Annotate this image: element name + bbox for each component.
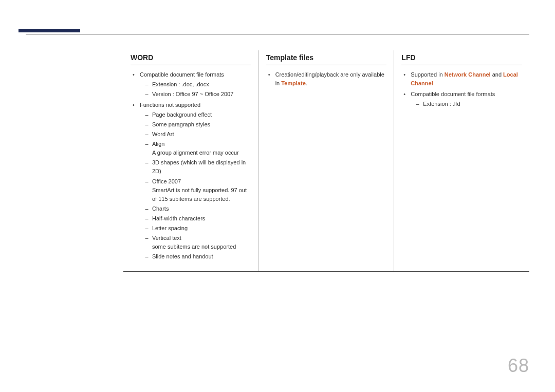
text: Compatible document file formats — [140, 71, 224, 78]
columns-wrapper: WORD Compatible document file formats Ex… — [123, 50, 529, 272]
subnote: A group alignment error may occur — [152, 148, 251, 157]
highlight-template: Template — [281, 80, 305, 86]
header-rule — [26, 34, 529, 34]
subitem: Extension : .doc, .docx — [145, 80, 251, 89]
subitem: Vertical text some subitems are not supp… — [145, 234, 251, 251]
word-bullet-unsupported: Functions not supported Page background … — [133, 101, 251, 261]
subitem: Letter spacing — [145, 224, 251, 233]
text: Compatible document file formats — [411, 91, 495, 97]
page-number: 68 — [508, 355, 529, 377]
word-formats-sublist: Extension : .doc, .docx Version : Office… — [140, 80, 251, 99]
template-bullets: Creation/editing/playback are only avail… — [266, 70, 387, 88]
template-bullet: Creation/editing/playback are only avail… — [268, 70, 387, 88]
subitem: Charts — [145, 204, 251, 213]
lfd-bullets: Supported in Network Channel and Local C… — [401, 70, 522, 108]
column-heading-lfd: LFD — [401, 50, 522, 65]
subitem: Half-width characters — [145, 214, 251, 223]
subitem: Slide notes and handout — [145, 252, 251, 261]
text-mid: and — [491, 71, 503, 78]
column-lfd: LFD Supported in Network Channel and Loc… — [394, 50, 529, 271]
subitem: Word Art — [145, 130, 251, 139]
subnote: some subitems are not supported — [152, 242, 251, 251]
text: Vertical text — [152, 235, 181, 241]
content-area: WORD Compatible document file formats Ex… — [123, 50, 529, 272]
text: Functions not supported — [140, 102, 200, 108]
column-word: WORD Compatible document file formats Ex… — [123, 50, 258, 271]
document-page: WORD Compatible document file formats Ex… — [0, 0, 555, 392]
word-bullet-formats: Compatible document file formats Extensi… — [133, 70, 251, 99]
column-template: Template files Creation/editing/playback… — [258, 50, 394, 271]
subitem: Align A group alignment error may occur — [145, 140, 251, 157]
subnote: SmartArt is not fully supported. 97 out … — [152, 186, 251, 203]
subitem: Page background effect — [145, 110, 251, 119]
word-bullets: Compatible document file formats Extensi… — [131, 70, 251, 261]
column-heading-word: WORD — [131, 50, 251, 65]
subitem: Office 2007 SmartArt is not fully suppor… — [145, 177, 251, 203]
column-heading-template: Template files — [266, 50, 387, 65]
subitem: Extension : .lfd — [416, 100, 522, 108]
text-pre: Supported in — [411, 71, 444, 78]
lfd-bullet-formats: Compatible document file formats Extensi… — [403, 90, 522, 108]
text: Office 2007 — [152, 178, 181, 184]
lfd-formats-sublist: Extension : .lfd — [411, 100, 522, 108]
word-unsupported-sublist: Page background effect Some paragraph st… — [140, 110, 251, 261]
lfd-bullet-supported: Supported in Network Channel and Local C… — [403, 70, 522, 88]
text: Align — [152, 141, 164, 147]
header-accent-bar — [18, 29, 80, 32]
subitem: Some paragraph styles — [145, 120, 251, 129]
highlight-network-channel: Network Channel — [445, 71, 491, 78]
subitem: Version : Office 97 ~ Office 2007 — [145, 90, 251, 99]
text-post: . — [306, 80, 307, 86]
subitem: 3D shapes (which will be displayed in 2D… — [145, 158, 251, 176]
